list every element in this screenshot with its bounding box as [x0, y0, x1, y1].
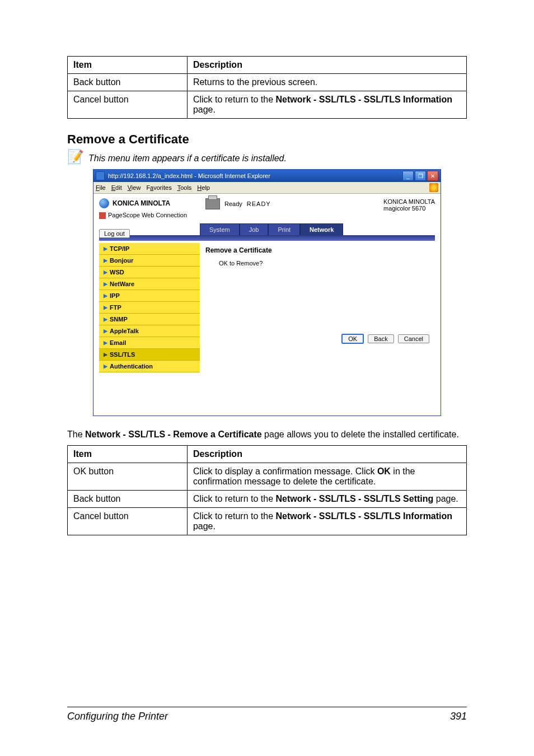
item-description-table-bottom: Item Description OK button Click to disp…	[67, 445, 467, 535]
sidebar-item-wsd[interactable]: ▶WSD	[99, 267, 200, 278]
tab-network[interactable]: Network	[300, 223, 343, 235]
km-globe-icon	[99, 198, 109, 208]
chevron-right-icon: ▶	[104, 293, 107, 298]
back-button[interactable]: Back	[368, 334, 394, 343]
device-brand: KONICA MINOLTA	[383, 198, 435, 205]
main-pane: Remove a Certificate OK to Remove? OK Ba…	[200, 243, 435, 407]
item-description-table-top: Item Description Back button Returns to …	[67, 56, 467, 119]
km-logo: KONICA MINOLTA	[99, 198, 194, 208]
chevron-right-icon: ▶	[104, 305, 107, 310]
sidebar-item-tcpip[interactable]: ▶TCP/IP	[99, 243, 200, 255]
note-icon: 📝	[67, 150, 84, 164]
menu-edit[interactable]: Edit	[111, 184, 122, 191]
ie-throbber-icon	[429, 183, 438, 192]
menu-view[interactable]: View	[128, 184, 141, 191]
sidebar-item-appletalk[interactable]: ▶AppleTalk	[99, 325, 200, 337]
logout-button[interactable]: Log out	[99, 229, 130, 238]
cell-item: Back button	[68, 74, 188, 91]
sidebar-item-netware[interactable]: ▶NetWare	[99, 278, 200, 290]
cell-item: Cancel button	[68, 508, 188, 535]
cell-item: OK button	[68, 463, 188, 491]
page-footer: Configuring the Printer 391	[67, 707, 467, 722]
chevron-right-icon: ▶	[104, 328, 107, 334]
cell-desc: Click to return to the Network - SSL/TLS…	[187, 491, 466, 508]
note-text: This menu item appears if a certificate …	[88, 150, 287, 164]
chevron-right-icon: ▶	[104, 269, 107, 275]
col-desc-header: Description	[187, 446, 466, 463]
printer-status: Ready READY	[205, 198, 306, 209]
cell-desc: Returns to the previous screen.	[187, 74, 466, 91]
descriptive-paragraph: The Network - SSL/TLS - Remove a Certifi…	[67, 430, 467, 440]
device-info: KONICA MINOLTA magicolor 5670	[383, 198, 435, 212]
sidebar-item-email[interactable]: ▶Email	[99, 337, 200, 349]
menu-favorites[interactable]: Favorites	[146, 184, 171, 191]
sidebar-nav: ▶TCP/IP ▶Bonjour ▶WSD ▶NetWare ▶IPP ▶FTP…	[99, 243, 200, 407]
footer-divider	[67, 707, 467, 707]
ie-logo-icon	[96, 171, 105, 180]
table-row: Back button Click to return to the Netwo…	[68, 491, 467, 508]
note-row: 📝 This menu item appears if a certificat…	[67, 150, 467, 164]
menu-help[interactable]: Help	[197, 184, 210, 191]
ie-menubar: File Edit View Favorites Tools Help	[93, 182, 441, 194]
sidebar-item-ssltls[interactable]: ▶SSL/TLS	[99, 349, 200, 361]
tab-system[interactable]: System	[200, 223, 240, 235]
chevron-right-icon: ▶	[104, 352, 107, 357]
table-row: Back button Returns to the previous scre…	[68, 74, 467, 91]
device-model: magicolor 5670	[383, 205, 435, 212]
ok-button[interactable]: OK	[341, 334, 364, 344]
status-ready: READY	[247, 200, 271, 207]
col-desc-header: Description	[187, 57, 466, 74]
table-row: OK button Click to display a confirmatio…	[68, 463, 467, 491]
km-brand-text: KONICA MINOLTA	[113, 199, 170, 207]
main-message: OK to Remove?	[219, 260, 429, 267]
cancel-button[interactable]: Cancel	[398, 334, 429, 343]
table-row: Cancel button Click to return to the Net…	[68, 508, 467, 535]
cell-item: Back button	[68, 491, 188, 508]
minimize-button[interactable]: _	[402, 171, 414, 181]
menu-tools[interactable]: Tools	[177, 184, 192, 191]
tab-print[interactable]: Print	[268, 223, 300, 235]
chevron-right-icon: ▶	[104, 281, 107, 287]
col-item-header: Item	[68, 57, 188, 74]
sidebar-item-bonjour[interactable]: ▶Bonjour	[99, 255, 200, 267]
main-title: Remove a Certificate	[205, 246, 429, 254]
footer-page-number: 391	[450, 711, 467, 722]
chevron-right-icon: ▶	[104, 363, 107, 369]
pagescope-icon	[99, 212, 106, 219]
ie-window: http://192.168.1.2/a_index.html - Micros…	[93, 169, 441, 416]
button-row: OK Back Cancel	[205, 334, 429, 344]
cell-item: Cancel button	[68, 91, 188, 119]
chevron-right-icon: ▶	[104, 246, 107, 251]
col-item-header: Item	[68, 446, 188, 463]
footer-title: Configuring the Printer	[67, 711, 168, 722]
sidebar-item-ftp[interactable]: ▶FTP	[99, 302, 200, 314]
chevron-right-icon: ▶	[104, 258, 107, 263]
pagescope-label: PageScope Web Connection	[99, 212, 194, 219]
cell-desc: Click to return to the Network - SSL/TLS…	[187, 91, 466, 119]
cell-desc: Click to return to the Network - SSL/TLS…	[187, 508, 466, 535]
table-row: Cancel button Click to return to the Net…	[68, 91, 467, 119]
tab-divider	[99, 235, 435, 241]
printer-icon	[205, 198, 220, 209]
sidebar-item-snmp[interactable]: ▶SNMP	[99, 314, 200, 325]
tab-job[interactable]: Job	[240, 223, 269, 235]
sidebar-item-ipp[interactable]: ▶IPP	[99, 290, 200, 302]
ie-titlebar: http://192.168.1.2/a_index.html - Micros…	[93, 170, 441, 182]
chevron-right-icon: ▶	[104, 340, 107, 346]
section-heading: Remove a Certificate	[67, 132, 467, 147]
sidebar-item-authentication[interactable]: ▶Authentication	[99, 361, 200, 372]
status-label: Ready	[224, 200, 242, 207]
ie-title-text: http://192.168.1.2/a_index.html - Micros…	[108, 172, 270, 179]
close-button[interactable]: ✕	[427, 171, 438, 181]
menu-file[interactable]: File	[96, 184, 106, 191]
chevron-right-icon: ▶	[104, 316, 107, 322]
cell-desc: Click to display a confirmation message.…	[187, 463, 466, 491]
ie-title-area: http://192.168.1.2/a_index.html - Micros…	[96, 171, 270, 180]
maximize-button[interactable]: ❐	[415, 171, 426, 181]
window-buttons: _ ❐ ✕	[402, 171, 438, 181]
tabs-row: System Job Print Network	[200, 223, 435, 235]
